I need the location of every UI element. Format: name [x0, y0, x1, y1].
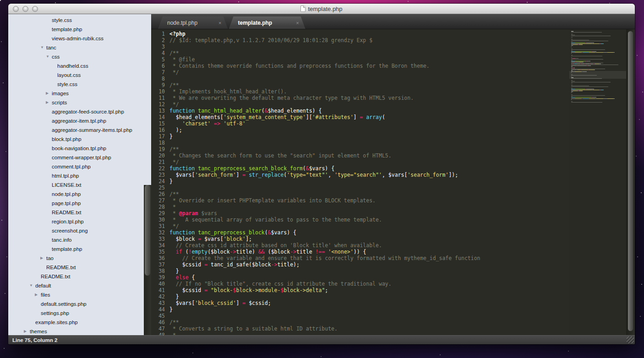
code-line-35[interactable]: 35 if (!empty($block->title) && ($block-… — [151, 249, 635, 255]
tree-folder-scripts[interactable]: ▶scripts — [8, 98, 151, 107]
tree-file-aggregator-summary-items.tpl.php[interactable]: aggregator-summary-items.tpl.php — [8, 125, 151, 135]
code-line-10[interactable]: 10 * Implements hook_html_head_alter(). — [151, 88, 635, 95]
code-line-42[interactable]: 42 } — [151, 293, 635, 300]
code-line-29[interactable]: 29 * @param $vars — [151, 210, 635, 217]
code-line-15[interactable]: 15 'charset' => 'utf-8' — [151, 120, 635, 127]
code-line-31[interactable]: 31 */ — [151, 223, 635, 229]
tree-file-views-admin-rubik.css[interactable]: views-admin-rubik.css — [8, 34, 151, 43]
tree-file-style.css[interactable]: style.css — [8, 16, 151, 25]
code-line-20[interactable]: 20 * Changes the search form to use the … — [151, 152, 635, 159]
disclosure-open-icon[interactable]: ▼ — [29, 281, 35, 290]
code-line-47[interactable]: 47 * Converts a string to a suitable htm… — [151, 325, 635, 332]
code-line-44[interactable]: 44} — [151, 306, 635, 313]
code-line-30[interactable]: 30 * A sequential array of variables to … — [151, 217, 635, 223]
code-line-5[interactable]: 5 * @file — [151, 56, 635, 63]
code-line-23[interactable]: 23 $vars['search_form'] = str_replace('t… — [151, 172, 635, 178]
tree-file-page.tpl.php[interactable]: page.tpl.php — [8, 199, 151, 208]
sidebar-scrollbar-thumb[interactable] — [145, 185, 150, 276]
code-line-26[interactable]: 26/** — [151, 191, 635, 197]
code-line-1[interactable]: 1<?php — [151, 31, 635, 37]
window-titlebar[interactable]: template.php — [8, 4, 635, 14]
disclosure-open-icon[interactable]: ▼ — [46, 52, 52, 61]
tree-file-style.css[interactable]: style.css — [8, 80, 151, 89]
code-line-14[interactable]: 14 $head_elements['system_meta_content_t… — [151, 114, 635, 120]
code-line-11[interactable]: 11 * We are overwriting the default meta… — [151, 95, 635, 101]
code-line-27[interactable]: 27 * Override or insert PHPTemplate vari… — [151, 197, 635, 204]
disclosure-open-icon[interactable]: ▼ — [40, 43, 46, 52]
tree-file-aggregator-item.tpl.php[interactable]: aggregator-item.tpl.php — [8, 116, 151, 125]
code-line-12[interactable]: 12 */ — [151, 101, 635, 108]
tree-file-node.tpl.php[interactable]: node.tpl.php — [8, 190, 151, 199]
code-line-22[interactable]: 22function tanc_preprocess_search_block_… — [151, 165, 635, 172]
tree-folder-themes[interactable]: ▶themes — [8, 327, 151, 335]
tree-file-handheld.css[interactable]: handheld.css — [8, 61, 151, 71]
tree-file-comment-wrapper.tpl.php[interactable]: comment-wrapper.tpl.php — [8, 153, 151, 162]
tree-file-template.php[interactable]: template.php — [8, 25, 151, 34]
code-line-19[interactable]: 19/** — [151, 146, 635, 152]
tree-file-settings.php[interactable]: settings.php — [8, 309, 151, 318]
code-line-38[interactable]: 38 } — [151, 268, 635, 274]
tree-file-tanc.info[interactable]: tanc.info — [8, 235, 151, 244]
tree-file-default.settings.php[interactable]: default.settings.php — [8, 299, 151, 309]
disclosure-closed-icon[interactable]: ▶ — [46, 89, 52, 98]
code-line-48[interactable]: 48 * — [151, 332, 635, 335]
tree-folder-files[interactable]: ▶files — [8, 290, 151, 299]
tree-file-README.txt[interactable]: README.txt — [8, 272, 151, 281]
tree-folder-images[interactable]: ▶images — [8, 89, 151, 98]
tree-file-example.sites.php[interactable]: example.sites.php — [8, 318, 151, 327]
tree-folder-default[interactable]: ▼default — [8, 281, 151, 290]
tree-file-screenshot.png[interactable]: screenshot.png — [8, 226, 151, 235]
tree-folder-css[interactable]: ▼css — [8, 52, 151, 61]
tree-folder-tao[interactable]: ▶tao — [8, 254, 151, 263]
code-line-7[interactable]: 7 */ — [151, 69, 635, 76]
tree-file-block.tpl.php[interactable]: block.tpl.php — [8, 135, 151, 144]
disclosure-closed-icon[interactable]: ▶ — [46, 98, 52, 107]
tree-file-comment.tpl.php[interactable]: comment.tpl.php — [8, 162, 151, 171]
code-line-39[interactable]: 39 else { — [151, 274, 635, 281]
code-editor[interactable]: 1<?php2// $Id: template.php,v 1.1.2.7 20… — [151, 29, 635, 335]
disclosure-closed-icon[interactable]: ▶ — [35, 290, 41, 299]
tree-file-template.php[interactable]: template.php — [8, 244, 151, 254]
minimap[interactable] — [569, 29, 626, 335]
tree-file-region.tpl.php[interactable]: region.tpl.php — [8, 217, 151, 226]
code-line-16[interactable]: 16 ); — [151, 127, 635, 133]
tab-node.tpl.php[interactable]: node.tpl.php× — [158, 16, 228, 29]
code-line-8[interactable]: 8 — [151, 76, 635, 82]
code-line-40[interactable]: 40 // If no "Block title", create css id… — [151, 281, 635, 287]
tab-close-icon[interactable]: × — [272, 20, 299, 26]
code-line-4[interactable]: 4/** — [151, 50, 635, 56]
code-line-3[interactable]: 3 — [151, 43, 635, 50]
code-line-32[interactable]: 32function tanc_preprocess_block(&$vars)… — [151, 229, 635, 236]
editor-scrollbar-track[interactable] — [626, 29, 635, 335]
tab-template.php[interactable]: template.php× — [229, 16, 306, 29]
code-line-45[interactable]: 45 — [151, 313, 635, 319]
tree-file-README.txt[interactable]: README.txt — [8, 263, 151, 272]
tree-folder-tanc[interactable]: ▼tanc — [8, 43, 151, 52]
resize-grip-icon[interactable] — [627, 336, 634, 343]
tree-file-aggregator-feed-source.tpl.php[interactable]: aggregator-feed-source.tpl.php — [8, 107, 151, 116]
code-line-41[interactable]: 41 $cssid = "block-$block->module-$block… — [151, 287, 635, 293]
code-line-24[interactable]: 24} — [151, 178, 635, 184]
tree-file-book-navigation.tpl.php[interactable]: book-navigation.tpl.php — [8, 144, 151, 153]
code-line-13[interactable]: 13function tanc_html_head_alter(&$head_e… — [151, 108, 635, 114]
code-line-17[interactable]: 17} — [151, 133, 635, 140]
code-line-46[interactable]: 46/** — [151, 319, 635, 325]
code-line-21[interactable]: 21 */ — [151, 159, 635, 165]
code-line-18[interactable]: 18 — [151, 140, 635, 146]
code-line-25[interactable]: 25 — [151, 184, 635, 191]
code-line-37[interactable]: 37 $cssid = tanc_id_safe($block->title); — [151, 261, 635, 268]
minimap-viewport[interactable] — [569, 71, 626, 79]
code-line-34[interactable]: 34 // Create css id attribute based on '… — [151, 242, 635, 249]
code-line-28[interactable]: 28 * — [151, 204, 635, 210]
tree-file-LICENSE.txt[interactable]: LICENSE.txt — [8, 180, 151, 190]
disclosure-closed-icon[interactable]: ▶ — [24, 327, 30, 335]
tree-file-README.txt[interactable]: README.txt — [8, 208, 151, 217]
code-line-2[interactable]: 2// $Id: template.php,v 1.1.2.7 2010/06/… — [151, 37, 635, 43]
code-line-36[interactable]: 36 // Create the variable and ensure tha… — [151, 255, 635, 261]
editor-scrollbar-thumb[interactable] — [628, 31, 633, 331]
code-line-9[interactable]: 9/** — [151, 82, 635, 88]
tree-file-layout.css[interactable]: layout.css — [8, 71, 151, 80]
disclosure-closed-icon[interactable]: ▶ — [40, 254, 46, 263]
tree-file-html.tpl.php[interactable]: html.tpl.php — [8, 171, 151, 180]
code-line-33[interactable]: 33 $block = $vars['block']; — [151, 236, 635, 242]
